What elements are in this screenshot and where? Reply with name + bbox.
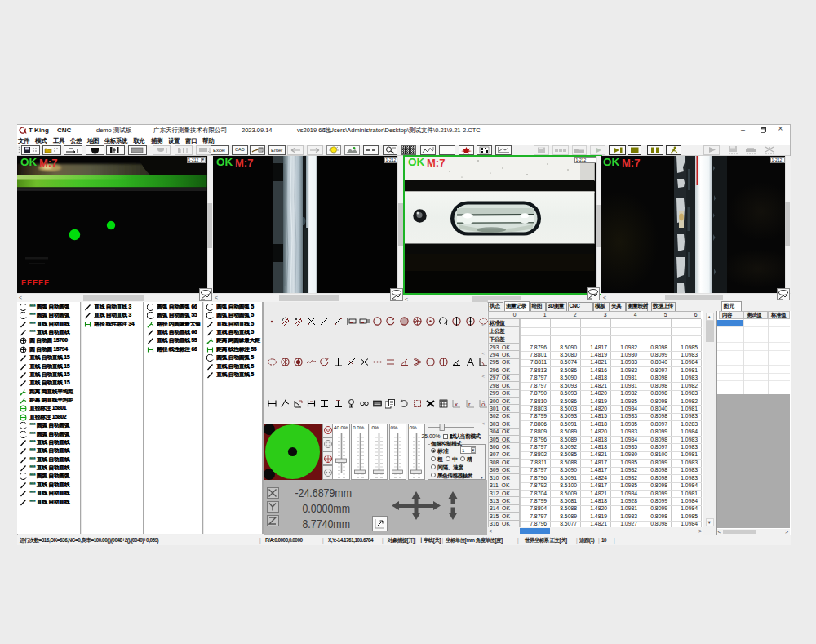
svg-text:r: r (468, 401, 471, 408)
svg-text:x: x (455, 401, 458, 408)
